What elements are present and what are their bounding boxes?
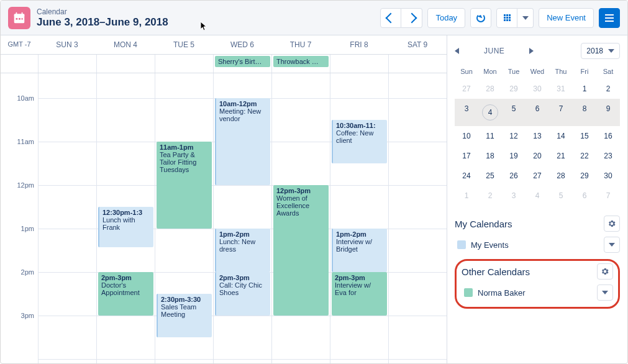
- mini-day-cell[interactable]: 24: [455, 166, 478, 186]
- calendar-item-menu-button[interactable]: [597, 284, 613, 301]
- calendar-event[interactable]: 2pm-3pmDoctor's Appointment: [98, 272, 153, 316]
- new-event-button[interactable]: New Event: [539, 8, 594, 28]
- calendar-list-item[interactable]: Norma Baker: [462, 284, 613, 301]
- mini-day-cell[interactable]: 5: [502, 99, 526, 126]
- mini-day-cell[interactable]: 26: [502, 166, 526, 186]
- mini-day-cell[interactable]: 15: [573, 126, 596, 146]
- mini-day-cell[interactable]: 4: [526, 186, 549, 206]
- year-selector[interactable]: 2018: [581, 43, 620, 59]
- prev-week-button[interactable]: [380, 8, 401, 28]
- day-column[interactable]: 11am-1pmTea Party & Tailor Fitting Tuesd…: [155, 73, 213, 363]
- day-header[interactable]: SAT 9: [388, 35, 447, 54]
- app-label: Calendar: [37, 7, 380, 16]
- mini-day-cell[interactable]: 10: [455, 126, 478, 146]
- calendar-list-item[interactable]: My Events: [455, 237, 620, 253]
- mini-day-cell[interactable]: 22: [573, 146, 596, 166]
- calendar-event[interactable]: 10:30am-11:Coffee: New client: [332, 120, 387, 163]
- mini-day-cell[interactable]: 13: [526, 126, 549, 146]
- mini-day-cell[interactable]: 5: [549, 186, 573, 206]
- mini-day-cell[interactable]: 9: [596, 99, 620, 126]
- allday-cell[interactable]: [388, 55, 447, 73]
- calendar-event[interactable]: 12pm-3pmWomen of Excellence Awards: [273, 185, 329, 316]
- mini-day-cell[interactable]: 29: [502, 79, 526, 99]
- other-calendars-settings-button[interactable]: [597, 263, 613, 280]
- day-column[interactable]: 10am-12pmMeeting: New vendor1pm-2pmLunch…: [213, 73, 271, 363]
- calendar-grid-icon: [504, 14, 511, 21]
- calendar-grid-pane: GMT -7 SUN 3MON 4TUE 5WED 6THU 7FRI 8SAT…: [1, 35, 447, 363]
- view-button[interactable]: [496, 8, 517, 28]
- mini-day-cell[interactable]: 21: [549, 146, 573, 166]
- prev-month-button[interactable]: [455, 48, 459, 54]
- color-swatch: [457, 240, 466, 249]
- my-calendars-settings-button[interactable]: [604, 216, 620, 232]
- mini-day-cell[interactable]: 7: [596, 186, 620, 206]
- allday-cell[interactable]: Sherry's Birt…: [213, 55, 271, 73]
- mini-day-cell[interactable]: 6: [573, 186, 596, 206]
- mini-day-cell[interactable]: 6: [526, 99, 549, 126]
- mini-day-cell[interactable]: 30: [526, 79, 549, 99]
- mini-day-cell[interactable]: 20: [526, 146, 549, 166]
- day-header[interactable]: MON 4: [96, 35, 155, 54]
- mini-day-cell[interactable]: 1: [573, 79, 596, 99]
- allday-cell[interactable]: Throwback …: [271, 55, 330, 73]
- day-column[interactable]: 12:30pm-1:3Lunch with Frank2pm-3pmDoctor…: [96, 73, 155, 363]
- calendar-event[interactable]: 12:30pm-1:3Lunch with Frank: [98, 207, 153, 247]
- side-panel-toggle-button[interactable]: [599, 8, 620, 28]
- next-month-button[interactable]: [529, 48, 534, 54]
- mini-day-cell[interactable]: 3: [455, 99, 478, 126]
- calendar-event[interactable]: 2pm-3pmCall: City Chic Shoes: [215, 272, 270, 316]
- day-header[interactable]: WED 6: [213, 35, 271, 54]
- mini-day-cell[interactable]: 25: [478, 166, 502, 186]
- calendar-event[interactable]: 1pm-2pmLunch: New dress: [215, 229, 270, 272]
- mini-day-cell[interactable]: 12: [502, 126, 526, 146]
- mini-day-cell[interactable]: 30: [596, 166, 620, 186]
- day-header[interactable]: THU 7: [271, 35, 330, 54]
- day-column[interactable]: [388, 73, 447, 363]
- mini-day-cell[interactable]: 28: [549, 166, 573, 186]
- calendar-item-menu-button[interactable]: [604, 237, 620, 253]
- mini-day-cell[interactable]: 17: [455, 146, 478, 166]
- mini-day-cell[interactable]: 11: [478, 126, 502, 146]
- day-column[interactable]: [38, 73, 96, 363]
- day-header[interactable]: TUE 5: [155, 35, 213, 54]
- calendar-event[interactable]: 2:30pm-3:30Sales Team Meeting: [157, 294, 212, 337]
- mini-day-cell[interactable]: 14: [549, 126, 573, 146]
- mini-day-cell[interactable]: 3: [502, 186, 526, 206]
- allday-event[interactable]: Throwback …: [273, 56, 329, 67]
- grid-body[interactable]: 9am10am11am12pm1pm2pm3pm 12:30pm-1:3Lunc…: [1, 73, 447, 363]
- mini-day-cell[interactable]: 4: [478, 99, 502, 126]
- mini-day-cell[interactable]: 23: [596, 146, 620, 166]
- day-column[interactable]: 10:30am-11:Coffee: New client1pm-2pmInte…: [330, 73, 388, 363]
- event-time: 2pm-3pm: [101, 274, 150, 281]
- mini-day-cell[interactable]: 2: [596, 79, 620, 99]
- calendar-event[interactable]: 1pm-2pmInterview w/ Bridget: [332, 229, 387, 272]
- mini-day-cell[interactable]: 31: [549, 79, 573, 99]
- mini-day-cell[interactable]: 27: [526, 166, 549, 186]
- mini-day-cell[interactable]: 28: [478, 79, 502, 99]
- allday-cell[interactable]: [96, 55, 155, 73]
- view-dropdown-button[interactable]: [517, 8, 534, 28]
- calendar-event[interactable]: 10am-12pmMeeting: New vendor: [215, 98, 270, 185]
- today-button[interactable]: Today: [427, 8, 465, 28]
- mini-day-cell[interactable]: 7: [549, 99, 573, 126]
- mini-day-cell[interactable]: 27: [455, 79, 478, 99]
- next-week-button[interactable]: [401, 8, 422, 28]
- allday-cell[interactable]: [38, 55, 96, 73]
- day-column[interactable]: 12pm-3pmWomen of Excellence Awards: [271, 73, 330, 363]
- mini-day-cell[interactable]: 29: [573, 166, 596, 186]
- mini-day-cell[interactable]: 8: [573, 99, 596, 126]
- mini-day-cell[interactable]: 1: [455, 186, 478, 206]
- calendar-event[interactable]: 2pm-3pmInterview w/ Eva for: [332, 272, 387, 316]
- allday-cell[interactable]: [330, 55, 388, 73]
- allday-event[interactable]: Sherry's Birt…: [215, 56, 270, 67]
- allday-cell[interactable]: [155, 55, 213, 73]
- day-header[interactable]: FRI 8: [330, 35, 388, 54]
- mini-day-cell[interactable]: 18: [478, 146, 502, 166]
- mini-day-cell[interactable]: 19: [502, 146, 526, 166]
- mini-day-cell[interactable]: 16: [596, 126, 620, 146]
- hour-label: 10am: [17, 94, 34, 102]
- refresh-button[interactable]: [470, 8, 491, 28]
- calendar-event[interactable]: 11am-1pmTea Party & Tailor Fitting Tuesd…: [157, 142, 212, 229]
- day-header[interactable]: SUN 3: [38, 35, 96, 54]
- mini-day-cell[interactable]: 2: [478, 186, 502, 206]
